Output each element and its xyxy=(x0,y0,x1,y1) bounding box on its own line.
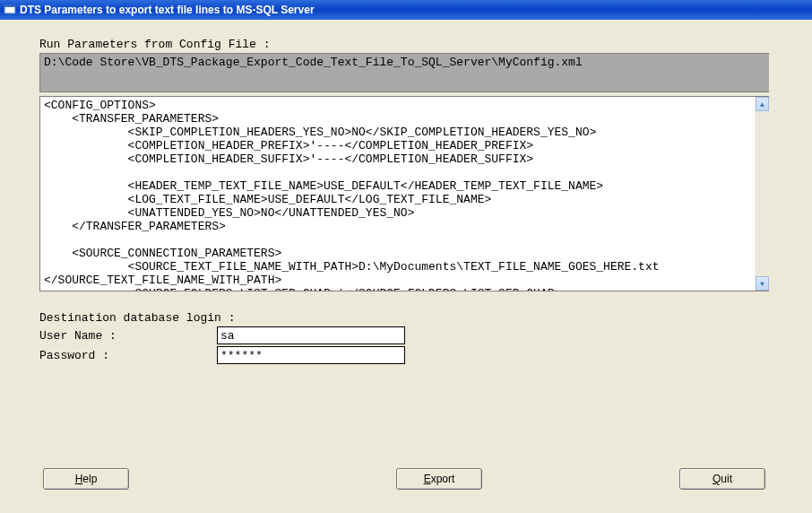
password-row: Password : xyxy=(39,346,773,364)
quit-button[interactable]: Quit xyxy=(679,468,765,490)
scroll-down-button[interactable]: ▼ xyxy=(756,276,769,291)
vertical-scrollbar[interactable]: ▲ ▼ xyxy=(755,97,769,291)
username-field[interactable] xyxy=(217,326,405,344)
config-path-text: D:\Code Store\VB_DTS_Package_Export_Code… xyxy=(44,56,583,69)
help-button[interactable]: Help xyxy=(43,468,129,490)
login-section-label: Destination database login : xyxy=(39,311,773,325)
password-field[interactable] xyxy=(217,346,405,364)
scroll-track[interactable] xyxy=(756,111,769,276)
run-params-label: Run Parameters from Config File : xyxy=(39,38,773,51)
config-body-field[interactable]: <CONFIG_OPTIONS> <TRANSFER_PARAMETERS> <… xyxy=(39,96,769,291)
scroll-up-button[interactable]: ▲ xyxy=(756,97,769,111)
main-content: Run Parameters from Config File : D:\Cod… xyxy=(0,20,812,500)
username-row: User Name : xyxy=(39,326,773,344)
config-body-text: <CONFIG_OPTIONS> <TRANSFER_PARAMETERS> <… xyxy=(44,99,673,291)
svg-rect-1 xyxy=(4,5,15,7)
config-path-field[interactable]: D:\Code Store\VB_DTS_Package_Export_Code… xyxy=(39,53,769,92)
window-titlebar: DTS Parameters to export text file lines… xyxy=(0,0,812,20)
username-label: User Name : xyxy=(39,329,217,343)
window-title: DTS Parameters to export text file lines… xyxy=(20,4,315,16)
app-icon xyxy=(4,4,16,16)
button-row: Help Export Quit xyxy=(39,468,769,490)
password-label: Password : xyxy=(39,349,217,362)
login-section: Destination database login : User Name :… xyxy=(39,311,773,364)
export-button[interactable]: Export xyxy=(396,468,482,490)
